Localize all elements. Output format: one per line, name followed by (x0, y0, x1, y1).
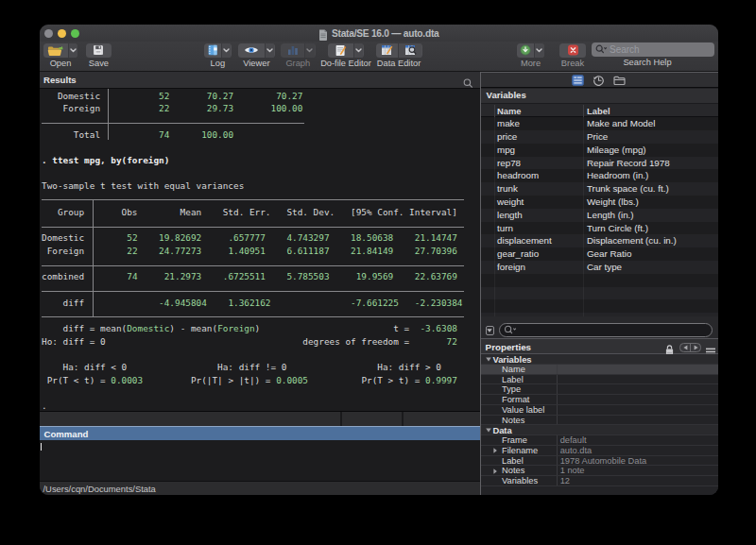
close-window-icon[interactable] (44, 29, 53, 38)
viewer-button[interactable] (238, 43, 276, 58)
variable-row[interactable]: headroomHeadroom (in.) (481, 169, 718, 182)
variable-label[interactable]: Trunk space (cu. ft.) (587, 182, 669, 196)
results-output[interactable]: Domestic 52 70.27 70.27 Foreign 22 29.73… (40, 89, 480, 411)
property-value[interactable]: 1 note (560, 466, 585, 476)
search-input[interactable]: Search (592, 43, 714, 57)
log-dropdown-chevron-icon[interactable] (221, 43, 232, 58)
variables-header[interactable]: Variables (481, 89, 718, 103)
variable-label[interactable]: Mileage (mpg) (587, 144, 646, 157)
tab-variables-list-icon[interactable] (572, 75, 585, 87)
variable-label[interactable]: Make and Model (587, 117, 655, 130)
back-button[interactable] (680, 344, 690, 351)
property-row-format[interactable]: Format (481, 395, 718, 405)
more-dropdown-chevron-icon[interactable] (534, 43, 544, 58)
property-row-name[interactable]: Name (481, 365, 718, 375)
command-header[interactable]: Command (40, 426, 480, 440)
property-value[interactable]: 1978 Automobile Data (560, 456, 646, 467)
tab-files-icon[interactable] (612, 75, 626, 87)
variable-name[interactable]: rep78 (497, 157, 521, 170)
data-editor-edit-icon[interactable] (376, 43, 399, 58)
variable-row[interactable]: lengthLength (in.) (481, 209, 718, 222)
property-row-frame[interactable]: Framedefault (481, 435, 718, 446)
variable-name[interactable]: make (497, 117, 520, 130)
property-row-notes[interactable]: Notes1 note (481, 466, 718, 476)
column-name[interactable]: Name (497, 104, 522, 118)
property-row-type[interactable]: Type (481, 384, 718, 395)
column-divider[interactable] (583, 105, 584, 117)
property-group-variables[interactable]: Variables (481, 354, 718, 365)
open-button[interactable] (43, 43, 78, 58)
variable-name[interactable]: price (497, 130, 517, 144)
property-group-data[interactable]: Data (481, 425, 718, 435)
filter-dropdown-button[interactable] (486, 326, 495, 335)
forward-button[interactable] (690, 344, 700, 351)
property-value[interactable]: default (560, 435, 587, 446)
disclosure-down-icon[interactable] (486, 428, 491, 433)
variable-name[interactable]: displacement (497, 234, 552, 247)
variable-row[interactable]: makeMake and Model (481, 117, 718, 130)
variable-label[interactable]: Weight (lbs.) (587, 196, 639, 209)
column-label[interactable]: Label (587, 104, 610, 118)
property-row-label[interactable]: Label1978 Automobile Data (481, 456, 718, 467)
variable-label[interactable]: Headroom (in.) (587, 169, 648, 182)
variable-name[interactable]: mpg (497, 144, 515, 157)
ttest-rule-mid2 (42, 291, 464, 292)
column-divider[interactable] (494, 105, 495, 117)
variable-row[interactable]: weightWeight (lbs.) (481, 196, 718, 209)
graph-dropdown-chevron-icon[interactable] (304, 43, 315, 58)
window-title: Stata/SE 16.0 — auto.dta (332, 25, 438, 42)
variable-row[interactable]: turnTurn Circle (ft.) (481, 222, 718, 235)
variable-name[interactable]: weight (497, 196, 524, 209)
property-value-divider (557, 395, 558, 404)
results-header[interactable]: Results (40, 72, 480, 89)
zoom-window-icon[interactable] (71, 29, 79, 38)
variable-row[interactable]: mpgMileage (mpg) (481, 144, 718, 157)
data-editor-browse-icon[interactable] (399, 43, 421, 58)
viewer-dropdown-chevron-icon[interactable] (265, 43, 275, 58)
properties-header[interactable]: Properties (481, 338, 718, 354)
property-row-label[interactable]: Label (481, 375, 718, 385)
disclosure-right-icon[interactable] (493, 448, 497, 453)
variable-row[interactable]: displacementDisplacement (cu. in.) (481, 234, 718, 247)
disclosure-down-icon[interactable] (486, 357, 491, 362)
variable-label[interactable]: Displacement (cu. in.) (587, 234, 677, 247)
property-value[interactable]: 12 (560, 476, 570, 486)
save-button[interactable] (86, 43, 112, 58)
variable-label[interactable]: Gear Ratio (587, 247, 631, 261)
open-dropdown-chevron-icon[interactable] (68, 43, 78, 58)
variable-label[interactable]: Price (587, 130, 608, 144)
variable-name[interactable]: gear_ratio (497, 247, 539, 261)
variable-row[interactable]: rep78Repair Record 1978 (481, 157, 718, 170)
variable-name[interactable]: turn (497, 222, 513, 235)
variable-name[interactable]: foreign (497, 261, 525, 274)
title-bar[interactable]: Stata/SE 16.0 — auto.dta (40, 25, 718, 42)
command-input[interactable] (40, 440, 480, 482)
property-row-filename[interactable]: Filenameauto.dta (481, 446, 718, 456)
variable-name[interactable]: trunk (497, 182, 518, 196)
variable-row[interactable]: trunkTrunk space (cu. ft.) (481, 182, 718, 196)
property-row-notes[interactable]: Notes (481, 416, 718, 426)
minimize-window-icon[interactable] (58, 29, 66, 38)
break-button[interactable] (559, 43, 587, 58)
more-button[interactable] (517, 43, 544, 58)
disclosure-right-icon[interactable] (493, 468, 497, 474)
variable-name[interactable]: headroom (497, 169, 539, 182)
variable-row[interactable]: pricePrice (481, 130, 718, 144)
variable-row[interactable]: foreignCar type (481, 261, 718, 274)
variable-label[interactable]: Repair Record 1978 (587, 157, 670, 170)
variable-label[interactable]: Length (in.) (587, 209, 634, 222)
dofile-dropdown-chevron-icon[interactable] (353, 43, 364, 58)
variable-label[interactable]: Turn Circle (ft.) (587, 222, 648, 235)
data-editor-button[interactable] (376, 43, 422, 58)
variables-search-input[interactable] (499, 323, 713, 337)
dofile-editor-button[interactable] (328, 43, 365, 58)
graph-button[interactable] (281, 43, 316, 58)
property-row-variables[interactable]: Variables12 (481, 476, 718, 486)
log-button[interactable] (204, 43, 232, 58)
variable-row[interactable]: gear_ratioGear Ratio (481, 247, 718, 261)
variable-name[interactable]: length (497, 209, 523, 222)
property-row-value-label[interactable]: Value label (481, 405, 718, 416)
property-value[interactable]: auto.dta (560, 446, 593, 456)
variable-label[interactable]: Car type (587, 261, 622, 274)
tab-history-icon[interactable] (592, 75, 605, 87)
